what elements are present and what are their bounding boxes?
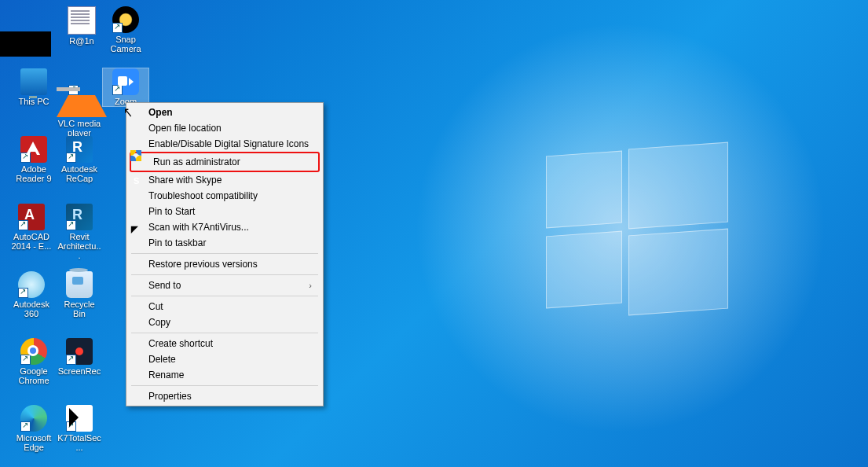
context-item-pin-to-taskbar[interactable]: Pin to taskbar [126, 235, 323, 251]
blank-icon [131, 106, 144, 119]
desktop-icon-snap[interactable]: Snap Camera [103, 6, 148, 53]
windows-logo [546, 145, 727, 314]
shortcut-arrow-icon [66, 355, 76, 365]
blank-icon [131, 237, 144, 249]
uac-shield-icon [136, 156, 148, 168]
blank-icon [131, 353, 144, 366]
context-item-scan-with-k7antivirus[interactable]: ◤Scan with K7AntiVirus... [126, 219, 323, 235]
desktop-icon-label: Recycle Bin [57, 300, 102, 318]
desktop-icon-revit[interactable]: Revit Architectu... [57, 204, 102, 260]
context-item-properties[interactable]: Properties [126, 388, 323, 404]
acad-icon [18, 204, 45, 230]
desktop-icon-label: K7TotalSec... [57, 433, 102, 452]
desktop-icon-a360[interactable]: Autodesk 360 [9, 271, 54, 318]
desktop-icon-chrome[interactable]: Google Chrome [11, 338, 57, 385]
desktop-icon-r1n[interactable]: R@1n [59, 6, 104, 46]
a360-icon [18, 271, 45, 298]
context-menu-separator [131, 274, 318, 275]
desktop-icon-adobe[interactable]: Adobe Reader 9 [11, 136, 57, 183]
desktop-icon-srec[interactable]: ScreenRec [57, 338, 102, 376]
desktop-icon-label: VLC media player [57, 119, 102, 138]
context-item-restore-previous-versions[interactable]: Restore previous versions [126, 256, 323, 272]
desktop-icon-label: R@1n [59, 36, 104, 46]
desktop-icon-edge[interactable]: Microsoft Edge [11, 405, 57, 452]
chrome-icon [20, 338, 47, 365]
context-item-copy[interactable]: Copy [126, 314, 323, 330]
context-item-label: Restore previous versions [148, 256, 312, 272]
desktop-icon-k7[interactable]: K7TotalSec... [57, 405, 102, 452]
context-item-label: Properties [148, 388, 312, 404]
shortcut-arrow-icon [18, 288, 28, 298]
r1n-icon [68, 6, 96, 35]
desktop-icon-recap[interactable]: Autodesk ReCap [57, 136, 102, 183]
context-item-label: Delete [148, 351, 312, 367]
context-item-label: Scan with K7AntiVirus... [148, 219, 312, 235]
blank-icon [131, 189, 144, 202]
desktop-icon-label: Microsoft Edge [11, 433, 57, 452]
desktop-icon-acad[interactable]: AutoCAD 2014 - E... [9, 204, 54, 251]
vlc-icon [57, 68, 107, 117]
desktop-icon-label: AutoCAD 2014 - E... [9, 232, 54, 251]
context-item-delete[interactable]: Delete [126, 351, 323, 367]
blank-icon [131, 138, 144, 150]
context-item-enable-disable-digital-signature-icons[interactable]: Enable/Disable Digital Signature Icons [126, 136, 323, 152]
context-item-label: Troubleshoot compatibility [148, 188, 312, 204]
revit-icon [66, 204, 93, 230]
k7-icon: ◤ [131, 221, 144, 234]
context-item-troubleshoot-compatibility[interactable]: Troubleshoot compatibility [126, 188, 323, 204]
context-item-cut[interactable]: Cut [126, 299, 323, 314]
context-menu-separator [131, 253, 318, 254]
context-menu-separator [131, 385, 318, 386]
context-item-label: Create shortcut [148, 336, 312, 351]
context-item-label: Run as administrator [153, 154, 307, 170]
recap-icon [66, 136, 93, 163]
desktop-icon-zoom[interactable]: Zoom [103, 68, 148, 106]
blank-icon [131, 300, 144, 313]
desktop-icon-thispc[interactable]: This PC [11, 68, 57, 106]
desktop-icon-label: ScreenRec [57, 366, 102, 376]
desktop[interactable]: R@1nSnap CameraThis PCVLC media playerZo… [0, 0, 868, 467]
desktop-icon-label: Autodesk ReCap [57, 164, 102, 183]
context-item-rename[interactable]: Rename [126, 367, 323, 383]
desktop-icon-label: Adobe Reader 9 [11, 164, 57, 183]
blank-icon [131, 369, 144, 381]
shortcut-arrow-icon [112, 23, 123, 33]
desktop-icon-label: Revit Architectu... [57, 232, 102, 260]
shortcut-arrow-icon [20, 153, 31, 163]
blank-icon [131, 122, 144, 134]
context-item-pin-to-start[interactable]: Pin to Start [126, 204, 323, 219]
edge-icon [20, 405, 47, 432]
desktop-icon-label: Google Chrome [11, 366, 57, 385]
blank-icon [131, 205, 144, 218]
shortcut-arrow-icon [112, 85, 123, 95]
desktop-icon-vlc[interactable]: VLC media player [57, 68, 102, 138]
context-menu-separator [131, 333, 318, 333]
context-item-open-file-location[interactable]: Open file location [126, 120, 323, 136]
desktop-icon-label: Autodesk 360 [9, 300, 54, 318]
context-item-open[interactable]: Open [126, 105, 323, 120]
shortcut-arrow-icon [18, 220, 28, 230]
context-item-run-as-administrator[interactable]: Run as administrator [130, 152, 320, 172]
shortcut-arrow-icon [20, 421, 31, 432]
context-item-label: Enable/Disable Digital Signature Icons [148, 136, 312, 152]
blank-icon [131, 390, 144, 403]
desktop-icon-label: Snap Camera [103, 35, 148, 53]
context-item-label: Copy [148, 314, 312, 330]
context-menu-separator [131, 296, 318, 296]
thispc-icon [20, 68, 47, 95]
context-item-share-with-skype[interactable]: Share with Skype [126, 172, 323, 188]
shortcut-arrow-icon [20, 355, 31, 365]
adobe-icon [20, 136, 47, 163]
blank-icon [131, 337, 144, 350]
context-item-label: Open file location [148, 120, 312, 136]
context-menu: OpenOpen file locationEnable/Disable Dig… [126, 102, 324, 406]
context-item-label: Open [148, 105, 312, 120]
context-item-label: Send to [148, 278, 309, 293]
context-item-send-to[interactable]: Send to› [126, 278, 323, 293]
zoom-icon [112, 68, 139, 95]
context-item-create-shortcut[interactable]: Create shortcut [126, 336, 323, 351]
obscured-region [0, 31, 51, 57]
desktop-icon-bin[interactable]: Recycle Bin [57, 271, 102, 318]
context-item-label: Cut [148, 299, 312, 314]
bin-icon [66, 271, 93, 298]
